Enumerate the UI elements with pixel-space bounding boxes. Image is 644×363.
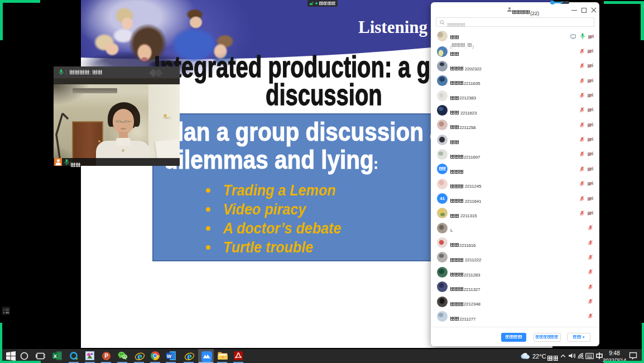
svg-text:X: X	[53, 354, 56, 359]
svg-text:P: P	[104, 353, 108, 359]
svg-text:W: W	[166, 354, 171, 359]
